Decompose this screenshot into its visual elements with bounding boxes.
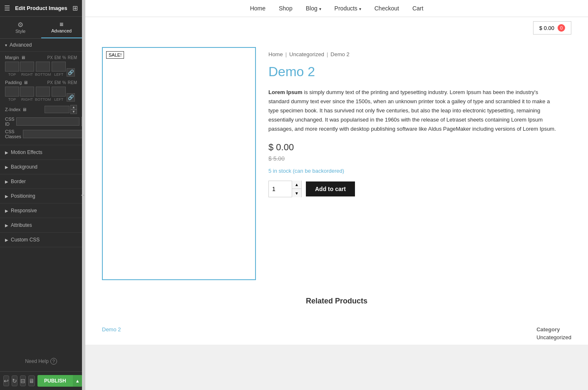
nav-blog[interactable]: Blog: [306, 5, 321, 12]
margin-right-box: RIGHT: [20, 62, 34, 77]
device-icon[interactable]: 🖥: [28, 375, 35, 386]
padding-bottom-input[interactable]: [36, 87, 50, 97]
breadcrumb-sep1: |: [285, 51, 287, 57]
hamburger-icon[interactable]: ☰: [4, 4, 10, 12]
zindex-label-wrap: Z-Index 🖥: [5, 107, 30, 112]
padding-right-input[interactable]: [20, 87, 34, 97]
attributes-section[interactable]: ▶ Attributes: [0, 218, 82, 233]
responsive-section[interactable]: ▶ Responsive: [0, 204, 82, 218]
advanced-section-body: Margin 🖥 PX EM % REM TOP RIGHT BOTTOM: [0, 52, 82, 145]
style-icon: ⚙: [0, 21, 41, 29]
category-label: Category: [536, 326, 571, 333]
related-section: Related Products: [85, 288, 588, 322]
qty-input-box: ▲ ▼: [268, 181, 302, 197]
forward-icon[interactable]: ↻: [12, 375, 17, 386]
nav-products[interactable]: Products: [335, 5, 361, 12]
product-details: Home | Uncategorized | Demo 2 Demo 2 Lor…: [256, 47, 571, 280]
motion-effects-section[interactable]: ▶ Motion Effects: [0, 145, 82, 160]
margin-link-icon[interactable]: 🔗: [67, 68, 75, 77]
zindex-down-button[interactable]: ▼: [70, 109, 77, 114]
breadcrumb-home[interactable]: Home: [268, 51, 283, 57]
border-section[interactable]: ▶ Border: [0, 174, 82, 189]
padding-label: Padding: [5, 80, 22, 85]
attributes-label: Attributes: [11, 222, 32, 228]
add-to-cart-button[interactable]: Add to cart: [306, 181, 355, 196]
padding-em-unit[interactable]: EM: [55, 80, 61, 85]
advanced-arrow-icon: ▾: [5, 43, 7, 47]
cart-button[interactable]: $ 0.00 0: [533, 21, 571, 35]
breadcrumb-category[interactable]: Uncategorized: [289, 51, 324, 57]
padding-link-icon[interactable]: 🔗: [67, 93, 75, 102]
margin-right-input[interactable]: [20, 62, 34, 72]
product-description: Lorem Ipsum is simply dummy text of the …: [268, 88, 559, 134]
product-price-old: $ 5.00: [268, 155, 559, 162]
margin-bottom-input[interactable]: [36, 62, 50, 72]
advanced-section-label: Advanced: [10, 42, 32, 48]
padding-percent-unit[interactable]: %: [62, 80, 66, 85]
css-id-label: CSS ID: [5, 117, 15, 127]
help-circle-icon: ?: [50, 358, 57, 365]
css-classes-input[interactable]: [23, 130, 82, 138]
margin-bottom-box: BOTTOM: [35, 62, 51, 77]
nav-cart[interactable]: Cart: [412, 5, 423, 12]
custom-css-section[interactable]: ▶ Custom CSS: [0, 233, 82, 247]
css-id-input[interactable]: [16, 117, 79, 126]
background-arrow-icon: ▶: [5, 165, 8, 169]
motion-effects-label: Motion Effects: [11, 149, 42, 155]
margin-rem-unit[interactable]: REM: [68, 55, 77, 60]
padding-left-box: LEFT: [52, 87, 66, 102]
add-to-cart-row: ▲ ▼ Add to cart: [268, 181, 559, 197]
padding-px-unit[interactable]: PX: [47, 80, 53, 85]
advanced-section-header[interactable]: ▾ Advanced: [0, 39, 82, 52]
css-id-row: CSS ID ⊞: [5, 117, 77, 127]
layout-icon[interactable]: ⊟: [20, 375, 26, 386]
margin-label: Margin: [5, 55, 19, 60]
history-icon[interactable]: ↩: [3, 375, 9, 386]
css-classes-label: CSS Classes: [5, 129, 21, 139]
margin-em-unit[interactable]: EM: [55, 55, 61, 60]
qty-down-button[interactable]: ▼: [292, 189, 301, 197]
positioning-arrow-icon: ▶: [5, 194, 8, 199]
padding-row-header: Padding 🖥 PX EM % REM: [5, 80, 77, 85]
padding-top-input[interactable]: [5, 87, 19, 97]
product-desc-text: is simply dummy text of the printing and…: [268, 89, 556, 132]
zindex-input[interactable]: [45, 106, 69, 113]
zindex-up-button[interactable]: ▲: [70, 105, 77, 109]
publish-arrow-button[interactable]: ▲: [73, 375, 82, 387]
positioning-label: Positioning: [11, 193, 35, 199]
positioning-section[interactable]: ▶ Positioning: [0, 189, 82, 204]
publish-button[interactable]: PUBLISH: [37, 375, 73, 387]
publish-group: PUBLISH ▲: [37, 375, 82, 387]
margin-percent-unit[interactable]: %: [62, 55, 66, 60]
resize-handle[interactable]: ⋮: [82, 0, 85, 390]
product-name-link[interactable]: Demo 2: [102, 326, 121, 333]
padding-rem-unit[interactable]: REM: [68, 80, 77, 85]
responsive-label: Responsive: [11, 208, 37, 214]
nav-checkout[interactable]: Checkout: [375, 5, 399, 12]
grid-icon[interactable]: ⊞: [72, 4, 78, 12]
margin-left-box: LEFT: [52, 62, 66, 77]
top-nav: Home Shop Blog Products Checkout Cart: [85, 0, 588, 17]
margin-px-unit[interactable]: PX: [47, 55, 53, 60]
border-arrow-icon: ▶: [5, 179, 8, 184]
custom-css-label: Custom CSS: [11, 237, 40, 243]
background-section[interactable]: ▶ Background: [0, 160, 82, 174]
padding-left-input[interactable]: [52, 87, 66, 97]
panel-header: ☰ Edit Product Images ⊞: [0, 0, 82, 17]
related-title: Related Products: [102, 297, 571, 306]
padding-bottom-box: BOTTOM: [35, 87, 51, 102]
qty-up-button[interactable]: ▲: [292, 181, 301, 189]
responsive-arrow-icon: ▶: [5, 209, 8, 213]
need-help-area[interactable]: Need Help ?: [0, 351, 82, 371]
margin-left-input[interactable]: [52, 62, 66, 72]
nav-home[interactable]: Home: [250, 5, 265, 12]
qty-input[interactable]: [269, 181, 292, 197]
product-price: $ 0.00: [268, 142, 559, 153]
padding-top-box: TOP: [5, 87, 19, 102]
nav-shop[interactable]: Shop: [279, 5, 293, 12]
tab-style[interactable]: ⚙ Style: [0, 17, 41, 38]
tab-advanced[interactable]: ≡ Advanced: [41, 17, 82, 38]
qty-stepper: ▲ ▼: [292, 181, 301, 197]
product-desc-bold: Lorem Ipsum: [268, 89, 303, 95]
margin-top-input[interactable]: [5, 62, 19, 72]
